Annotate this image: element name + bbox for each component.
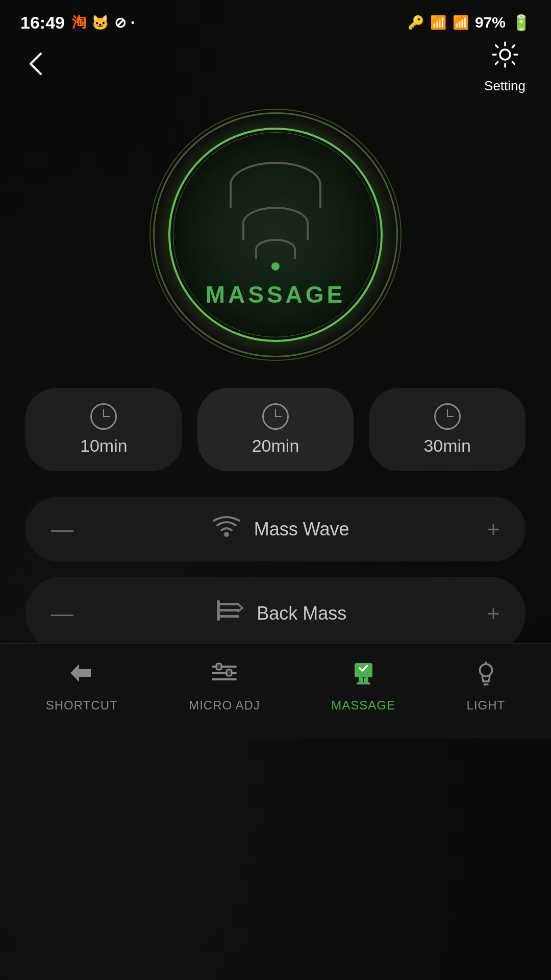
back-mass-label: Back Mass [257, 603, 346, 624]
signal-icon: 📶 [453, 15, 469, 31]
micro-adj-label: MICRO ADJ [189, 698, 260, 713]
svg-rect-9 [216, 664, 221, 670]
timer-row: 10min 20min 30min [26, 388, 525, 471]
massage-nav-icon [349, 659, 378, 693]
timer-10min-label: 10min [80, 436, 128, 456]
shortcut-icon [68, 659, 96, 693]
setting-label: Setting [484, 78, 525, 94]
wifi-status-icon: 📶 [430, 15, 446, 31]
nav-massage[interactable]: MASSAGE [331, 659, 395, 713]
back-button[interactable] [26, 48, 46, 84]
shortcut-label: SHORTCUT [46, 698, 118, 713]
setting-button[interactable]: Setting [484, 39, 525, 94]
no-disturb-icon: ⊘ [114, 14, 126, 31]
svg-point-15 [480, 664, 492, 676]
wave-icon [230, 162, 321, 271]
timer-10min-button[interactable]: 10min [26, 388, 182, 471]
svg-rect-5 [217, 600, 220, 621]
status-bar: 16:49 淘 🐱 ⊘ • 🔑 📶 📶 97% 🔋 [0, 0, 551, 41]
outer-ring: MASSAGE [153, 112, 398, 357]
timer-30min-label: 30min [423, 436, 471, 456]
back-mass-increase-button[interactable]: + [487, 602, 500, 625]
mass-wave-row: — Mass Wave + [26, 497, 525, 561]
clock-icon-20 [262, 403, 289, 430]
massage-label: MASSAGE [206, 281, 346, 308]
nav-shortcut[interactable]: SHORTCUT [46, 659, 118, 713]
svg-point-1 [224, 532, 229, 537]
nav-micro-adj[interactable]: MICRO ADJ [189, 659, 260, 713]
mass-wave-center: Mass Wave [211, 515, 349, 543]
svg-rect-10 [227, 670, 232, 676]
back-mass-decrease-button[interactable]: — [51, 602, 73, 625]
dot-icon: • [131, 17, 134, 28]
timer-20min-label: 20min [252, 436, 299, 456]
time-display: 16:49 [20, 13, 65, 33]
svg-rect-3 [219, 609, 239, 611]
mass-wave-icon [211, 515, 242, 543]
clock-icon-10 [90, 403, 117, 430]
gear-icon [490, 39, 520, 76]
status-right-icons: 🔑 📶 📶 97% 🔋 [408, 14, 531, 32]
cat-icon: 🐱 [91, 14, 109, 31]
massage-circle-container: MASSAGE [0, 112, 551, 357]
massage-button[interactable]: MASSAGE [168, 128, 383, 342]
nav-light[interactable]: LIGHT [467, 659, 506, 713]
timer-30min-button[interactable]: 30min [369, 388, 525, 471]
clock-icon-30 [434, 403, 461, 430]
status-time: 16:49 淘 🐱 ⊘ • [20, 13, 134, 33]
back-mass-icon [214, 595, 244, 631]
back-mass-row: — Back Mass + [26, 577, 525, 650]
massage-nav-label: MASSAGE [331, 698, 395, 713]
svg-rect-2 [219, 603, 239, 605]
sliders-icon [210, 659, 238, 693]
mass-wave-label: Mass Wave [254, 519, 349, 540]
svg-rect-14 [357, 682, 370, 684]
top-nav: Setting [0, 41, 551, 92]
mass-wave-increase-button[interactable]: + [487, 518, 500, 541]
svg-rect-4 [219, 615, 239, 618]
key-icon: 🔑 [408, 15, 424, 31]
bottom-nav: SHORTCUT MICRO ADJ [0, 643, 551, 738]
svg-point-0 [500, 50, 510, 60]
timer-20min-button[interactable]: 20min [197, 388, 354, 471]
mass-wave-decrease-button[interactable]: — [51, 518, 73, 541]
back-mass-center: Back Mass [214, 595, 346, 631]
battery-display: 97% [475, 14, 506, 31]
battery-icon: 🔋 [512, 14, 531, 32]
light-label: LIGHT [467, 698, 506, 713]
light-icon [472, 659, 500, 693]
taobao-icon: 淘 [72, 13, 86, 32]
status-icons: 淘 🐱 ⊘ • [72, 13, 134, 32]
